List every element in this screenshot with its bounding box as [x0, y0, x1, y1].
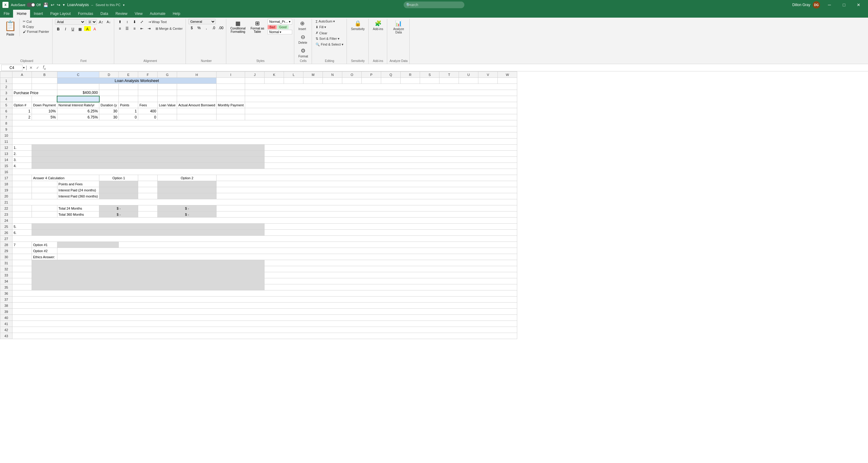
- increase-font-button[interactable]: A↑: [98, 19, 104, 25]
- cell-C28[interactable]: [57, 242, 119, 248]
- cut-button[interactable]: ✂ Cut: [22, 19, 51, 24]
- delete-cells-button[interactable]: ⊖ Delete: [297, 32, 309, 45]
- save-icon[interactable]: 💾: [43, 2, 48, 7]
- cell-U1[interactable]: [459, 78, 478, 84]
- tab-data[interactable]: Data: [97, 10, 112, 18]
- analyze-data-button[interactable]: 📊 AnalyzeData: [392, 19, 406, 35]
- fill-button[interactable]: ⬇ Fill ▾: [314, 25, 328, 30]
- cell-D6[interactable]: 30: [99, 108, 119, 114]
- decrease-indent-button[interactable]: ⇤: [138, 26, 145, 32]
- cell-A13[interactable]: 2.: [12, 151, 32, 157]
- restore-button[interactable]: □: [837, 0, 851, 10]
- col-header-W[interactable]: W: [498, 72, 517, 78]
- col-header-J[interactable]: J: [245, 72, 265, 78]
- cell-A6[interactable]: 1: [12, 108, 32, 114]
- tab-home[interactable]: Home: [13, 10, 30, 18]
- cell-C22[interactable]: Total 24 Months: [57, 205, 99, 211]
- tab-review[interactable]: Review: [112, 10, 131, 18]
- cell-H4[interactable]: [177, 96, 217, 102]
- cell-F7[interactable]: 0: [138, 114, 158, 120]
- cell-B25[interactable]: [32, 224, 265, 230]
- cell-B14[interactable]: [32, 157, 265, 163]
- cell-R1[interactable]: [401, 78, 420, 84]
- close-button[interactable]: ✕: [851, 0, 866, 10]
- cell-G4[interactable]: [158, 96, 177, 102]
- col-header-B[interactable]: B: [32, 72, 57, 78]
- format-painter-button[interactable]: 🖌 Format Painter: [22, 29, 51, 34]
- col-header-G[interactable]: G: [158, 72, 177, 78]
- cell-styles-button[interactable]: Normal_Pr... ▾: [268, 19, 292, 25]
- cell-C1[interactable]: Loan Analysis Worksheet: [57, 78, 217, 84]
- cell-D20[interactable]: [99, 193, 138, 199]
- spreadsheet-container[interactable]: A B C D E F G H I J K L M N O P Q: [0, 71, 868, 463]
- align-right-button[interactable]: ≡: [131, 26, 138, 32]
- cell-I1[interactable]: [217, 78, 245, 84]
- col-header-U[interactable]: U: [459, 72, 478, 78]
- cell-A25[interactable]: 5.: [12, 224, 32, 230]
- align-bottom-button[interactable]: ⬇: [131, 19, 138, 25]
- cell-A28[interactable]: 7: [12, 242, 32, 248]
- col-header-Q[interactable]: Q: [381, 72, 401, 78]
- cell-F3[interactable]: [138, 90, 158, 96]
- cell-F20[interactable]: [158, 193, 217, 199]
- name-box-dropdown[interactable]: ▾: [23, 66, 25, 69]
- tab-formulas[interactable]: Formulas: [74, 10, 97, 18]
- sort-filter-button[interactable]: ⇅ Sort & Filter ▾: [314, 36, 341, 41]
- cell-D18[interactable]: [99, 181, 138, 187]
- cell-B6[interactable]: 10%: [32, 108, 57, 114]
- cell-H6[interactable]: [177, 108, 217, 114]
- col-header-C[interactable]: C: [57, 72, 99, 78]
- cell-F2[interactable]: [138, 84, 158, 90]
- tab-automate[interactable]: Automate: [146, 10, 169, 18]
- comma-button[interactable]: ,: [203, 25, 210, 31]
- cell-D23[interactable]: $ -: [99, 211, 138, 218]
- text-direction-button[interactable]: ⤢: [138, 19, 145, 25]
- cell-A14[interactable]: 3.: [12, 157, 32, 163]
- font-color-button[interactable]: A: [91, 26, 98, 32]
- normal-style-button[interactable]: Normal ▾: [268, 30, 292, 34]
- cell-D19[interactable]: [99, 187, 138, 193]
- cell-B26[interactable]: [32, 230, 265, 236]
- cell-A4[interactable]: [12, 96, 32, 102]
- merge-center-button[interactable]: ⊞ Merge & Center: [154, 26, 184, 32]
- format-as-table-button[interactable]: ⊞ Format asTable: [248, 19, 266, 35]
- align-top-button[interactable]: ⬆: [117, 19, 123, 25]
- col-header-K[interactable]: K: [265, 72, 284, 78]
- tab-page-layout[interactable]: Page Layout: [46, 10, 74, 18]
- cell-N1[interactable]: [323, 78, 342, 84]
- cell-C18[interactable]: Points and Fees: [57, 181, 99, 187]
- cell-V1[interactable]: [478, 78, 498, 84]
- cell-C20[interactable]: Interest Paid (360 months): [57, 193, 99, 199]
- col-header-A[interactable]: A: [12, 72, 32, 78]
- tab-help[interactable]: Help: [169, 10, 184, 18]
- cell-B12[interactable]: [32, 145, 265, 151]
- align-center-button[interactable]: ☰: [124, 26, 131, 32]
- col-header-N[interactable]: N: [323, 72, 342, 78]
- cell-C7[interactable]: 6.75%: [57, 114, 99, 120]
- cancel-formula-button[interactable]: ✕: [28, 65, 34, 70]
- clear-button[interactable]: ✗ Clear: [314, 30, 328, 35]
- cell-D7[interactable]: 30: [99, 114, 119, 120]
- align-left-button[interactable]: ≡: [117, 26, 123, 32]
- cell-G5[interactable]: Loan Value: [158, 102, 177, 108]
- cell-I5[interactable]: Monthly Payment: [217, 102, 245, 108]
- confirm-formula-button[interactable]: ✓: [35, 65, 40, 70]
- cell-D2[interactable]: [99, 84, 119, 90]
- cell-C3[interactable]: $400,000: [57, 90, 99, 96]
- cell-L1[interactable]: [284, 78, 303, 84]
- col-header-L[interactable]: L: [284, 72, 303, 78]
- cell-G2[interactable]: [158, 84, 177, 90]
- sensitivity-button[interactable]: 🔒 Sensitivity: [349, 19, 367, 32]
- insert-function-button[interactable]: fx: [41, 64, 47, 71]
- cell-H3[interactable]: [177, 90, 217, 96]
- minimize-button[interactable]: ─: [823, 0, 836, 10]
- cell-G3[interactable]: [158, 90, 177, 96]
- percent-button[interactable]: %: [195, 25, 202, 31]
- cell-E6[interactable]: 1: [119, 108, 138, 114]
- wrap-text-button[interactable]: ⇥ Wrap Text: [147, 19, 168, 25]
- cell-E2[interactable]: [119, 84, 138, 90]
- italic-button[interactable]: I: [62, 26, 69, 32]
- font-name-select[interactable]: Arial: [55, 19, 85, 25]
- cell-C23[interactable]: Total 360 Months: [57, 211, 99, 218]
- cell-F5[interactable]: Fees: [138, 102, 158, 108]
